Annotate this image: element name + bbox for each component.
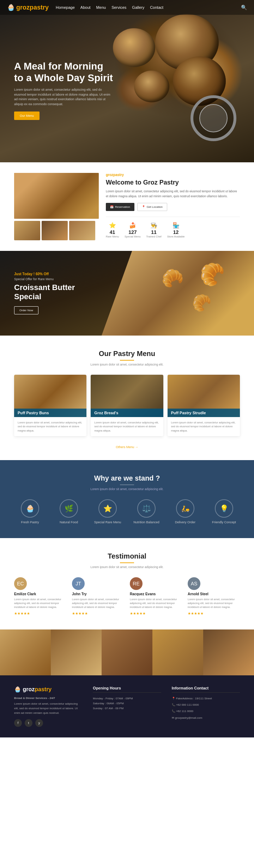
twitter-button[interactable]: t	[25, 719, 32, 727]
stat-label-2: Special Menu	[125, 235, 140, 238]
why-item-1: 🧁 Fresh Pastry	[14, 499, 46, 524]
why-label-3: Special Rare Menu	[92, 520, 123, 524]
menu-desc: Lorem ipsum dolor sit amet, consectetur …	[14, 363, 240, 366]
footer-hours-content: Monday - Friday : 07AM - 09PM Saturday :…	[93, 696, 161, 711]
testimonial-text-3: Lorem ipsum dolor sit amet, consectetur …	[130, 597, 182, 609]
menu-card-img-1: Puff Pastry Buns	[14, 375, 86, 417]
stat-num-3: 11	[146, 229, 162, 235]
why-icon-4: ⚖️	[137, 499, 156, 518]
gallery-item-4[interactable]	[152, 629, 203, 675]
why-label-5: Delivery Order	[169, 520, 201, 524]
gallery-item-2[interactable]	[51, 629, 102, 675]
hero-cta-button[interactable]: Our Menu	[14, 111, 40, 120]
menu-item-desc-2: Lorem ipsum dolor sit amet, consectetur …	[94, 421, 159, 433]
testimonial-section: Testimonial Lorem ipsum dolor sit amet, …	[0, 538, 254, 629]
why-grid: 🧁 Fresh Pastry 🌿 Natural Food ⭐ Special …	[14, 499, 240, 524]
testimonial-stars-1: ★★★★★	[14, 611, 66, 615]
footer-logo: 🧁 grozpastry	[14, 686, 82, 693]
menu-grid: Puff Pastry Buns Lorem ipsum dolor sit a…	[14, 375, 240, 436]
footer-logo-icon: 🧁	[14, 686, 21, 692]
testimonial-desc: Lorem ipsum dolor sit amet, consectetur …	[14, 565, 240, 569]
footer-email: ✉ grozpastry@mail.com	[172, 716, 240, 721]
testimonial-card-2: JT John Try Lorem ipsum dolor sit amet, …	[72, 577, 124, 615]
stat-label-4: Store Available	[167, 235, 185, 238]
avatar-1: EC	[14, 577, 27, 590]
stat-rare-menu: ⭐ 41 Rare Menu	[106, 222, 119, 238]
why-item-3: ⭐ Special Rare Menu	[92, 499, 123, 524]
why-item-6: 💡 Friendly Concept	[208, 499, 240, 524]
hero-content: A Meal for Morning to a Whole Day Spirit…	[14, 60, 113, 120]
youtube-button[interactable]: y	[35, 719, 43, 727]
nav-link-menu[interactable]: Menu	[96, 5, 106, 10]
nav-link-about[interactable]: About	[80, 5, 91, 10]
testimonial-name-3: Racquez Evans	[130, 592, 182, 596]
nav-logo-text: grozpastry	[16, 4, 49, 11]
testimonial-grid: EC Emilize Clark Lorem ipsum dolor sit a…	[14, 577, 240, 615]
footer: 🧁 grozpastry Bread & Dinner Services - 2…	[0, 675, 254, 737]
about-description: Lorem ipsum dolor sit amet, consectetur …	[106, 189, 240, 199]
why-icon-1: 🧁	[21, 499, 39, 518]
why-icon-2: 🌿	[60, 499, 78, 518]
why-divider	[120, 484, 134, 485]
footer-phone-1: 📞 +62 000 111 0000	[172, 703, 240, 707]
about-section: grozpastry Welcome to Groz Pastry Lorem …	[0, 162, 254, 251]
testimonial-name-2: John Try	[72, 592, 124, 596]
stat-num-4: 12	[167, 229, 185, 235]
facebook-button[interactable]: f	[14, 719, 22, 727]
footer-contact-title: Information Contact	[172, 686, 240, 693]
nav-link-contact[interactable]: Contact	[150, 5, 163, 10]
why-icon-3: ⭐	[98, 499, 117, 518]
menu-section: Our Pastry Menu Lorem ipsum dolor sit am…	[0, 336, 254, 460]
stat-store: 🏪 12 Store Available	[167, 222, 185, 238]
why-label-1: Fresh Pastry	[14, 520, 46, 524]
testimonial-card-1: EC Emilize Clark Lorem ipsum dolor sit a…	[14, 577, 66, 615]
menu-card-2: Groz Bread's Lorem ipsum dolor sit amet,…	[91, 375, 163, 436]
about-logo: grozpastry	[106, 173, 240, 177]
gallery-item-3[interactable]	[102, 629, 152, 675]
about-main-image-inner	[14, 173, 99, 219]
menu-card-1: Puff Pastry Buns Lorem ipsum dolor sit a…	[14, 375, 86, 436]
nav-link-services[interactable]: Services	[111, 5, 126, 10]
testimonial-title: Testimonial	[14, 552, 240, 560]
footer-hours-weekday: Monday - Friday : 07AM - 09PM	[93, 696, 161, 701]
why-label-6: Friendly Concept	[208, 520, 240, 524]
menu-card-overlay-2: Groz Bread's	[91, 409, 163, 417]
menu-card-body-3: Lorem ipsum dolor sit amet, consectetur …	[168, 417, 240, 436]
about-content: grozpastry Welcome to Groz Pastry Lorem …	[106, 173, 240, 240]
map-icon: 📍	[142, 205, 145, 209]
why-item-4: ⚖️ Nutrition Balanced	[131, 499, 162, 524]
promo-order-button[interactable]: Order Now	[14, 306, 38, 314]
about-thumb-2	[42, 221, 68, 240]
stat-special-menu: 🍰 127 Special Menu	[125, 222, 140, 238]
gallery-item-1[interactable]	[0, 629, 51, 675]
hero-bread-4	[134, 71, 169, 102]
avatar-2: JT	[72, 577, 85, 590]
nav-link-homepage[interactable]: Homepage	[56, 5, 75, 10]
about-thumb-1	[14, 221, 40, 240]
menu-card-overlay-1: Puff Pastry Buns	[14, 409, 86, 417]
testimonial-card-4: AS Arnold Steel Lorem ipsum dolor sit am…	[188, 577, 240, 615]
testimonial-header: Testimonial Lorem ipsum dolor sit amet, …	[14, 552, 240, 569]
nav-link-gallery[interactable]: Gallery	[132, 5, 144, 10]
other-menu-anchor[interactable]: Others Menu →	[116, 445, 138, 449]
gallery-item-5[interactable]	[203, 629, 254, 675]
footer-phone-2: 📞 +62 111 0000	[172, 709, 240, 714]
testimonial-stars-2: ★★★★★	[72, 611, 124, 615]
stat-chef: 👨‍🍳 11 Trained Chef	[146, 222, 162, 238]
about-buttons: 📅 Reservation 📍 Get Location	[106, 203, 240, 211]
testimonial-name-4: Arnold Steel	[188, 592, 240, 596]
testimonial-stars-3: ★★★★★	[130, 611, 182, 615]
testimonial-divider	[120, 562, 134, 563]
search-icon[interactable]: 🔍	[241, 5, 247, 10]
location-button[interactable]: 📍 Get Location	[137, 203, 167, 211]
hero-title: A Meal for Morning to a Whole Day Spirit	[14, 60, 113, 84]
footer-hours-col: Opening Hours Monday - Friday : 07AM - 0…	[93, 686, 161, 727]
reservation-button[interactable]: 📅 Reservation	[106, 203, 134, 211]
nav-logo[interactable]: 🧁 grozpastry	[7, 4, 49, 11]
menu-card-body-1: Lorem ipsum dolor sit amet, consectetur …	[14, 417, 86, 436]
footer-hours-sunday: Sunday : 07 AM - 09 PM	[93, 706, 161, 711]
store-icon: 🏪	[167, 222, 185, 229]
why-label-2: Natural Food	[53, 520, 85, 524]
why-icon-5: 🛵	[176, 499, 194, 518]
why-label-4: Nutrition Balanced	[131, 520, 162, 524]
